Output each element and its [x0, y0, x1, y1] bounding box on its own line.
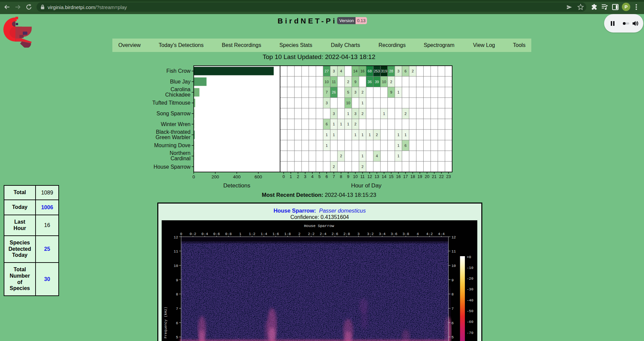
svg-text:3: 3 — [333, 69, 335, 73]
svg-text:0·4: 0·4 — [202, 232, 208, 236]
svg-text:3: 3 — [354, 90, 356, 94]
svg-text:23: 23 — [446, 174, 451, 179]
svg-text:1: 1 — [397, 90, 399, 94]
svg-text:14: 14 — [382, 174, 386, 179]
svg-text:6: 6 — [405, 144, 407, 148]
svg-text:1: 1 — [369, 133, 371, 137]
svg-text:16: 16 — [396, 174, 401, 179]
svg-text:200: 200 — [211, 174, 219, 179]
svg-text:319: 319 — [381, 69, 387, 73]
svg-text:2·6: 2·6 — [331, 232, 338, 236]
svg-text:10: 10 — [353, 174, 358, 179]
svg-text:5: 5 — [451, 335, 454, 339]
svg-text:1: 1 — [362, 133, 364, 137]
svg-text:6: 6 — [405, 69, 407, 73]
svg-text:16: 16 — [361, 69, 365, 73]
svg-text:1: 1 — [326, 133, 328, 137]
svg-text:1: 1 — [405, 133, 407, 137]
svg-text:1: 1 — [397, 144, 399, 148]
svg-text:7: 7 — [176, 307, 178, 311]
svg-text:8: 8 — [451, 292, 454, 296]
svg-text:21: 21 — [432, 174, 437, 179]
svg-text:14: 14 — [353, 69, 357, 73]
svg-text:10: 10 — [346, 101, 350, 105]
svg-text:Frequency (kHz): Frequency (kHz) — [164, 307, 168, 339]
svg-text:1: 1 — [333, 122, 335, 126]
svg-text:2: 2 — [362, 165, 364, 169]
svg-text:1: 1 — [326, 144, 328, 148]
svg-text:6: 6 — [451, 321, 454, 325]
svg-text:7: 7 — [326, 90, 328, 94]
svg-text:0·8: 0·8 — [225, 232, 232, 236]
svg-text:36: 36 — [368, 80, 372, 84]
svg-text:9: 9 — [390, 90, 392, 94]
svg-text:2: 2 — [298, 232, 301, 236]
svg-text:600: 600 — [255, 174, 262, 179]
svg-text:4·2: 4·2 — [426, 232, 433, 236]
svg-text:1·8: 1·8 — [284, 232, 291, 236]
svg-text:Winter Wren: Winter Wren — [161, 121, 191, 127]
svg-text:2: 2 — [347, 80, 349, 84]
svg-text:Blue Jay: Blue Jay — [170, 79, 191, 84]
svg-text:2: 2 — [405, 112, 407, 116]
svg-text:26: 26 — [332, 90, 336, 94]
svg-text:1: 1 — [290, 174, 292, 179]
svg-text:10: 10 — [382, 80, 386, 84]
svg-text:2: 2 — [340, 154, 342, 158]
svg-text:9: 9 — [354, 80, 356, 84]
svg-text:253: 253 — [374, 69, 380, 73]
svg-text:3·4: 3·4 — [379, 232, 386, 236]
svg-text:1·6: 1·6 — [272, 232, 279, 236]
svg-text:8: 8 — [176, 292, 178, 296]
svg-text:11: 11 — [332, 80, 336, 84]
svg-text:1: 1 — [239, 232, 241, 236]
svg-text:4: 4 — [311, 174, 314, 179]
svg-text:0·6: 0·6 — [213, 232, 220, 236]
svg-text:2·2: 2·2 — [308, 232, 315, 236]
svg-text:68: 68 — [368, 69, 372, 73]
svg-text:1: 1 — [347, 112, 349, 116]
svg-text:1·2: 1·2 — [249, 232, 256, 236]
svg-text:2: 2 — [390, 80, 392, 84]
svg-text:11: 11 — [360, 174, 365, 179]
svg-text:1: 1 — [397, 154, 399, 158]
svg-text:4: 4 — [376, 154, 378, 158]
svg-text:8: 8 — [340, 174, 342, 179]
svg-text:10: 10 — [325, 80, 329, 84]
svg-text:13: 13 — [375, 174, 379, 179]
svg-text:1: 1 — [347, 122, 349, 126]
svg-text:2: 2 — [297, 174, 299, 179]
svg-text:Detections: Detections — [223, 182, 250, 189]
svg-text:7: 7 — [333, 174, 335, 179]
svg-text:Carolina: Carolina — [170, 87, 191, 92]
svg-text:3: 3 — [326, 101, 328, 105]
svg-text:1: 1 — [333, 133, 335, 137]
svg-text:3: 3 — [304, 174, 306, 179]
svg-text:0: 0 — [282, 174, 285, 179]
svg-text:-20: -20 — [467, 277, 474, 281]
svg-text:1: 1 — [340, 122, 342, 126]
svg-text:Mourning Dove: Mourning Dove — [154, 143, 191, 148]
svg-text:Tufted Titmouse: Tufted Titmouse — [152, 100, 191, 106]
svg-text:9: 9 — [176, 278, 178, 282]
svg-text:10: 10 — [174, 264, 178, 268]
svg-text:-60: -60 — [467, 320, 474, 324]
svg-text:6: 6 — [176, 321, 178, 325]
svg-text:0: 0 — [180, 232, 182, 236]
svg-text:1·4: 1·4 — [261, 232, 267, 236]
svg-text:17: 17 — [403, 174, 408, 179]
svg-text:2: 2 — [354, 122, 356, 126]
svg-text:5: 5 — [176, 335, 178, 339]
svg-text:20: 20 — [425, 174, 429, 179]
svg-text:3: 3 — [358, 232, 360, 236]
svg-text:4·4: 4·4 — [438, 232, 445, 236]
svg-text:House Sparrow: House Sparrow — [304, 224, 334, 228]
svg-text:-10: -10 — [467, 266, 474, 270]
svg-text:-40: -40 — [467, 298, 474, 302]
svg-text:-70: -70 — [467, 331, 474, 335]
svg-text:1: 1 — [362, 101, 364, 105]
svg-text:Hour of Day: Hour of Day — [351, 182, 382, 189]
svg-text:Northern: Northern — [170, 150, 191, 156]
svg-text:11: 11 — [174, 249, 178, 253]
svg-text:Green Warbler: Green Warbler — [156, 134, 191, 140]
